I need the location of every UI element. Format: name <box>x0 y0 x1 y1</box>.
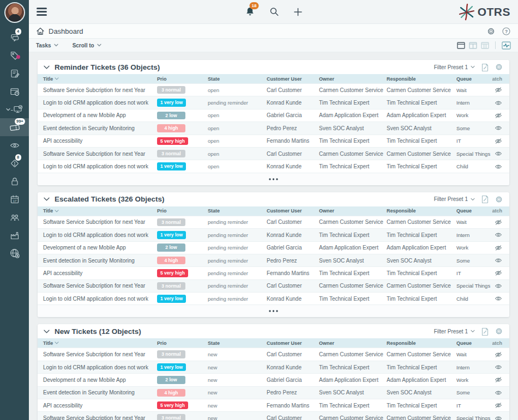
expand-more-button[interactable] <box>38 173 509 185</box>
col-header-prio[interactable]: Prio <box>154 208 208 214</box>
col-header-customer-user[interactable]: Customer User <box>267 76 319 82</box>
watch-toggle[interactable] <box>495 87 502 93</box>
col-header-queue[interactable]: Queue <box>456 208 492 214</box>
watch-toggle[interactable] <box>495 258 502 263</box>
page-settings-button[interactable] <box>486 27 496 36</box>
create-new-button[interactable] <box>293 8 302 16</box>
expand-more-button[interactable] <box>38 305 509 317</box>
table-row[interactable]: Login to old CRM application does not wo… <box>38 292 509 305</box>
table-row[interactable]: Development of a new Mobile App2 lownewG… <box>38 373 509 386</box>
sidebar-item-tags[interactable] <box>0 46 29 64</box>
col-header-owner[interactable]: Owner <box>319 208 387 214</box>
statistics-button[interactable] <box>502 41 511 50</box>
watch-toggle[interactable] <box>495 151 502 156</box>
sidebar-item-tickets[interactable]: 99+ <box>0 118 29 136</box>
table-row[interactable]: Event detection in Security Monitoring4 … <box>38 254 509 266</box>
col-header-title[interactable]: Title <box>38 340 154 346</box>
search-button[interactable] <box>269 7 279 16</box>
sidebar-item-incidents[interactable]: 8 <box>0 154 29 172</box>
watch-toggle[interactable] <box>495 296 502 301</box>
filter-preset-select[interactable]: Filter Preset 1 <box>434 64 475 70</box>
tasks-dropdown[interactable]: Tasks <box>36 42 58 48</box>
watch-toggle[interactable] <box>495 390 502 395</box>
watch-toggle[interactable] <box>495 100 502 106</box>
table-row[interactable]: Login to old CRM application does not wo… <box>38 361 509 373</box>
sidebar-item-monitoring[interactable] <box>0 100 29 118</box>
collapse-widget-button[interactable] <box>44 65 50 69</box>
table-row[interactable]: Software Service Subcription for next Ye… <box>38 411 509 420</box>
user-avatar[interactable] <box>4 2 25 23</box>
col-header-state[interactable]: State <box>208 340 267 346</box>
sidebar-item-watchlist[interactable] <box>0 136 29 154</box>
table-row[interactable]: API accessibility5 very highpending remi… <box>38 266 509 279</box>
notifications-button[interactable]: 18 <box>245 7 255 17</box>
table-row[interactable]: Login to old CRM application does not wo… <box>38 96 509 108</box>
table-row[interactable]: Development of a new Mobile App2 lowpend… <box>38 241 509 254</box>
table-row[interactable]: Software Service Subcription for next Ye… <box>38 348 509 360</box>
filter-edit-button[interactable] <box>480 63 489 72</box>
filter-edit-button[interactable] <box>480 194 489 204</box>
col-header-state[interactable]: State <box>208 208 267 214</box>
table-row[interactable]: Login to old CRM application does not wo… <box>38 228 509 241</box>
col-header-customer-user[interactable]: Customer User <box>267 340 319 346</box>
table-row[interactable]: Software Service Subcription for next Ye… <box>38 279 509 292</box>
table-row[interactable]: Software Service Subcription for next Ye… <box>38 216 509 228</box>
watch-toggle[interactable] <box>495 125 502 131</box>
watch-toggle[interactable] <box>495 416 502 420</box>
watch-toggle[interactable] <box>495 138 502 144</box>
watch-toggle[interactable] <box>495 364 502 370</box>
table-row[interactable]: Development of a new Mobile App2 lowopen… <box>38 109 509 121</box>
col-header-prio[interactable]: Prio <box>154 76 208 82</box>
widget-settings-button[interactable] <box>495 327 503 336</box>
scroll-to-dropdown[interactable]: Scroll to <box>73 42 101 48</box>
sidebar-item-calendar[interactable]: 17 <box>0 190 29 208</box>
watch-toggle[interactable] <box>495 164 502 169</box>
widget-settings-button[interactable] <box>495 63 503 71</box>
widget-settings-button[interactable] <box>495 195 503 204</box>
col-header-watch[interactable]: Watch <box>492 76 509 82</box>
table-row[interactable]: Event detection in Security Monitoring4 … <box>38 121 509 134</box>
col-header-state[interactable]: State <box>208 76 267 82</box>
sidebar-item-chat[interactable]: 4 <box>0 28 29 46</box>
sidebar-item-security[interactable] <box>0 172 29 190</box>
col-header-customer-user[interactable]: Customer User <box>267 208 319 214</box>
col-header-responsible[interactable]: Responsible <box>387 208 456 214</box>
watch-toggle[interactable] <box>495 245 502 251</box>
collapse-widget-button[interactable] <box>44 330 50 333</box>
col-header-title[interactable]: Title <box>38 208 154 214</box>
table-row[interactable]: Software Service Subcription for next Ye… <box>38 147 509 160</box>
sidebar-item-customers[interactable] <box>0 208 29 226</box>
watch-toggle[interactable] <box>495 283 502 289</box>
table-row[interactable]: API accessibility5 very highnewFernando … <box>38 399 509 411</box>
layout-three-column-button[interactable] <box>481 42 489 49</box>
table-row[interactable]: Login to old CRM application does not wo… <box>38 160 509 172</box>
watch-toggle[interactable] <box>495 113 502 118</box>
watch-toggle[interactable] <box>495 220 502 225</box>
watch-toggle[interactable] <box>495 270 502 276</box>
col-header-responsible[interactable]: Responsible <box>387 340 456 346</box>
table-row[interactable]: API accessibility5 very highopenFernando… <box>38 135 509 147</box>
menu-icon[interactable] <box>37 8 47 15</box>
sidebar-item-external-portal[interactable] <box>0 244 29 262</box>
filter-preset-select[interactable]: Filter Preset 1 <box>434 328 475 334</box>
home-icon[interactable] <box>36 27 45 35</box>
col-header-watch[interactable]: Watch <box>492 340 509 346</box>
col-header-queue[interactable]: Queue <box>456 76 492 82</box>
table-row[interactable]: Software Service Subcription for next Ye… <box>38 83 509 96</box>
collapse-widget-button[interactable] <box>44 197 50 201</box>
col-header-queue[interactable]: Queue <box>456 340 492 346</box>
sidebar-item-notes[interactable] <box>0 64 29 82</box>
col-header-watch[interactable]: Watch <box>492 208 509 214</box>
watch-toggle[interactable] <box>495 377 502 382</box>
watch-toggle[interactable] <box>495 403 502 408</box>
filter-preset-select[interactable]: Filter Preset 1 <box>434 196 475 202</box>
filter-edit-button[interactable] <box>480 327 489 336</box>
table-row[interactable]: Event detection in Security Monitoring4 … <box>38 386 509 399</box>
col-header-prio[interactable]: Prio <box>154 340 208 346</box>
layout-two-column-button[interactable] <box>469 42 477 49</box>
watch-toggle[interactable] <box>495 352 502 357</box>
col-header-responsible[interactable]: Responsible <box>387 76 456 82</box>
col-header-owner[interactable]: Owner <box>319 340 387 346</box>
col-header-owner[interactable]: Owner <box>319 76 387 82</box>
col-header-title[interactable]: Title <box>38 76 154 82</box>
